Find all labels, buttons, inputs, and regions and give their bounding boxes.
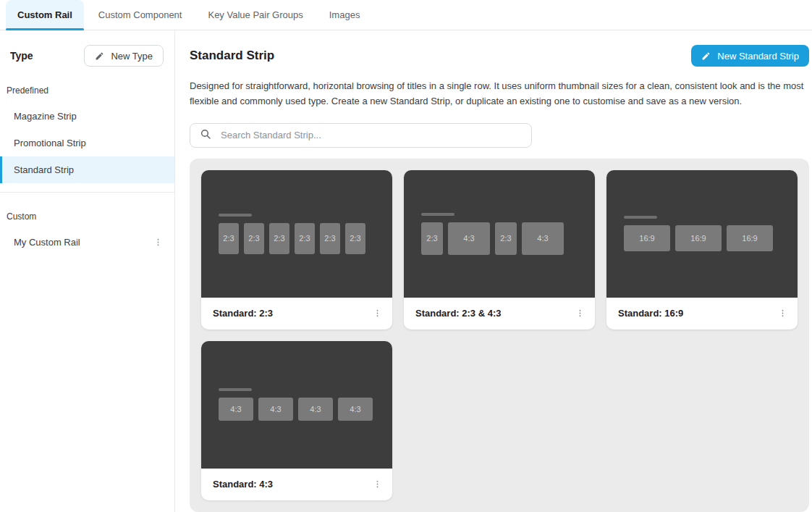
strip-preview: 16:916:916:9	[606, 170, 798, 298]
tab-bar: Custom RailCustom ComponentKey Value Pai…	[0, 0, 812, 30]
pencil-icon	[701, 51, 711, 61]
search-input[interactable]	[219, 129, 522, 141]
card-title: Standard: 16:9	[618, 308, 683, 319]
thumbnail-4-3: 4:3	[338, 398, 373, 421]
sidebar-title: Type	[10, 50, 33, 62]
new-standard-strip-button-label: New Standard Strip	[717, 51, 799, 62]
card-footer: Standard: 2:3 & 4:3	[404, 298, 595, 330]
card-title: Standard: 2:3 & 4:3	[415, 308, 501, 319]
page-layout: Type New Type PredefinedMagazine StripPr…	[0, 30, 812, 512]
rail-title-placeholder	[219, 214, 252, 217]
kebab-menu-icon[interactable]	[370, 306, 385, 320]
strip-card-grid: 2:32:32:32:32:32:3Standard: 2:32:34:32:3…	[190, 159, 809, 512]
thumbnail-16-9: 16:9	[624, 225, 670, 251]
card-footer: Standard: 16:9	[606, 298, 798, 330]
thumbnail-16-9: 16:9	[727, 225, 773, 251]
rail-title-placeholder	[219, 388, 252, 391]
strip-card-standard-2-3[interactable]: 2:32:32:32:32:32:3Standard: 2:3	[201, 170, 392, 330]
thumbnail-2-3: 2:3	[495, 222, 517, 255]
thumbnail-row: 2:32:32:32:32:32:3	[219, 223, 392, 254]
tab-custom-rail[interactable]: Custom Rail	[6, 0, 84, 30]
new-type-button[interactable]: New Type	[84, 45, 164, 67]
thumbnail-2-3: 2:3	[219, 223, 239, 254]
tab-key-value-pair-groups[interactable]: Key Value Pair Groups	[196, 0, 314, 30]
sidebar-section-label-predefined: Predefined	[0, 85, 174, 96]
pencil-icon	[95, 51, 104, 61]
thumbnail-16-9: 16:9	[675, 225, 722, 251]
sidebar-sections: PredefinedMagazine StripPromotional Stri…	[0, 85, 174, 256]
thumbnail-4-3: 4:3	[522, 222, 564, 255]
kebab-menu-icon[interactable]	[370, 477, 385, 491]
new-standard-strip-button[interactable]: New Standard Strip	[691, 45, 809, 67]
sidebar-header: Type New Type	[0, 45, 174, 67]
rail-title-placeholder	[421, 213, 454, 216]
description: Designed for straightforward, horizontal…	[190, 79, 809, 109]
kebab-menu-icon[interactable]	[775, 306, 790, 320]
card-footer: Standard: 2:3	[201, 298, 392, 330]
sidebar-item-label: Magazine Strip	[14, 111, 77, 122]
strip-preview: 2:34:32:34:3	[404, 170, 595, 298]
search-box	[190, 123, 532, 148]
sidebar-item-my-custom-rail[interactable]: My Custom Rail	[0, 229, 174, 256]
strip-preview: 4:34:34:34:3	[201, 341, 392, 469]
strip-card-standard-4-3[interactable]: 4:34:34:34:3Standard: 4:3	[201, 341, 392, 500]
sidebar-item-promotional-strip[interactable]: Promotional Strip	[0, 130, 174, 156]
sidebar-item-standard-strip[interactable]: Standard Strip	[0, 156, 174, 183]
thumbnail-2-3: 2:3	[345, 223, 365, 254]
thumbnail-2-3: 2:3	[320, 223, 340, 254]
thumbnail-4-3: 4:3	[448, 222, 490, 255]
thumbnail-4-3: 4:3	[298, 398, 333, 421]
sidebar-section-label-custom: Custom	[0, 211, 174, 222]
sidebar-item-label: My Custom Rail	[14, 237, 80, 248]
main-header: Standard Strip New Standard Strip	[190, 45, 809, 67]
thumbnail-2-3: 2:3	[295, 223, 315, 254]
thumbnail-row: 2:34:32:34:3	[421, 222, 595, 255]
sidebar-divider	[0, 192, 174, 193]
thumbnail-4-3: 4:3	[219, 398, 253, 421]
sidebar-item-magazine-strip[interactable]: Magazine Strip	[0, 103, 174, 130]
strip-card-standard-16-9[interactable]: 16:916:916:9Standard: 16:9	[606, 170, 798, 330]
thumbnail-row: 16:916:916:9	[624, 225, 798, 251]
thumbnail-2-3: 2:3	[421, 222, 443, 255]
strip-card-standard-2-3-4-3[interactable]: 2:34:32:34:3Standard: 2:3 & 4:3	[404, 170, 595, 330]
thumbnail-2-3: 2:3	[244, 223, 264, 254]
search-icon	[200, 128, 211, 143]
main-content: Standard Strip New Standard Strip Design…	[175, 30, 812, 512]
sidebar-item-label: Promotional Strip	[14, 138, 86, 148]
thumbnail-4-3: 4:3	[258, 398, 293, 421]
thumbnail-row: 4:34:34:34:3	[219, 398, 392, 421]
sidebar: Type New Type PredefinedMagazine StripPr…	[0, 30, 175, 512]
card-title: Standard: 2:3	[213, 308, 273, 319]
rail-title-placeholder	[624, 216, 657, 219]
sidebar-item-label: Standard Strip	[14, 164, 74, 175]
strip-preview: 2:32:32:32:32:32:3	[201, 170, 392, 298]
kebab-menu-icon[interactable]	[572, 306, 588, 320]
card-title: Standard: 4:3	[213, 479, 273, 490]
page-title: Standard Strip	[190, 49, 274, 63]
kebab-menu-icon[interactable]	[151, 235, 166, 249]
card-footer: Standard: 4:3	[201, 469, 392, 500]
tab-custom-component[interactable]: Custom Component	[87, 0, 194, 30]
tab-images[interactable]: Images	[318, 0, 372, 30]
thumbnail-2-3: 2:3	[269, 223, 289, 254]
new-type-button-label: New Type	[111, 51, 153, 62]
